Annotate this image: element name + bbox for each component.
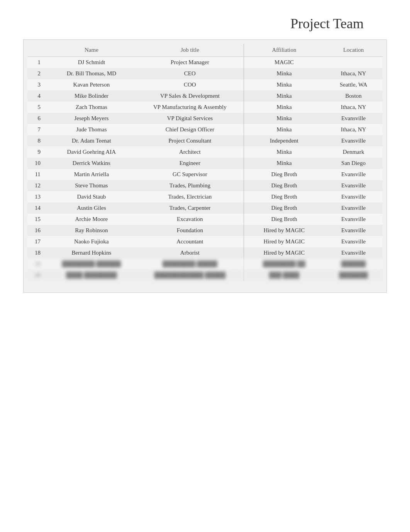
cell-num: 9 bbox=[27, 146, 47, 158]
cell-affiliation: Hired by MAGIC bbox=[244, 247, 324, 258]
page-title: Project Team bbox=[23, 15, 387, 32]
table-row: 2Dr. Bill Thomas, MDCEOMinkaIthaca, NY bbox=[27, 68, 383, 79]
cell-location: Ithaca, NY bbox=[324, 124, 383, 135]
cell-job: Project Consultant bbox=[136, 135, 244, 146]
table-wrapper: Name Job title Affiliation Location 1DJ … bbox=[23, 39, 387, 293]
cell-name: Ray Robinson bbox=[47, 225, 136, 236]
cell-name: DJ Schmidt bbox=[47, 57, 136, 68]
cell-location: Ithaca, NY bbox=[324, 68, 383, 79]
cell-num: 8 bbox=[27, 135, 47, 146]
cell-name: Dr. Adam Teenat bbox=[47, 135, 136, 146]
header-name: Name bbox=[47, 44, 136, 57]
table-row: 9David Goehring AIAArchitectMinkaDenmark bbox=[27, 146, 383, 158]
cell-num: 12 bbox=[27, 180, 47, 191]
cell-affiliation: MAGIC bbox=[244, 57, 324, 68]
cell-job: Trades, Plumbing bbox=[136, 180, 244, 191]
cell-location: Denmark bbox=[324, 146, 383, 158]
table-row-blurred: 20████ ████████████████████ ████████ ███… bbox=[27, 270, 383, 281]
cell-affiliation: Minka bbox=[244, 113, 324, 124]
cell-name: Austin Giles bbox=[47, 202, 136, 214]
cell-location: Evansville bbox=[324, 247, 383, 258]
project-team-table: Name Job title Affiliation Location 1DJ … bbox=[27, 44, 383, 281]
cell-job: VP Digital Services bbox=[136, 113, 244, 124]
header-location: Location bbox=[324, 44, 383, 57]
cell-job: Arborist bbox=[136, 247, 244, 258]
cell-job: Architect bbox=[136, 146, 244, 158]
cell-name: David Goehring AIA bbox=[47, 146, 136, 158]
table-row: 13David StaubTrades, ElectricianDieg Bro… bbox=[27, 191, 383, 202]
cell-num: 14 bbox=[27, 202, 47, 214]
cell-job: Engineer bbox=[136, 158, 244, 169]
cell-location: Evansville bbox=[324, 191, 383, 202]
cell-location: Evansville bbox=[324, 214, 383, 225]
cell-name: Mike Bolinder bbox=[47, 90, 136, 102]
cell-job: VP Sales & Development bbox=[136, 90, 244, 102]
table-header-row: Name Job title Affiliation Location bbox=[27, 44, 383, 57]
cell-job: GC Supervisor bbox=[136, 169, 244, 180]
cell-num: 7 bbox=[27, 124, 47, 135]
table-row: 1DJ SchmidtProject ManagerMAGIC bbox=[27, 57, 383, 68]
cell-name: Jude Thomas bbox=[47, 124, 136, 135]
cell-affiliation: Minka bbox=[244, 90, 324, 102]
cell-affiliation: Minka bbox=[244, 102, 324, 113]
cell-affiliation: Dieg Broth bbox=[244, 180, 324, 191]
cell-location: Evansville bbox=[324, 180, 383, 191]
table-row: 12Steve ThomasTrades, PlumbingDieg Broth… bbox=[27, 180, 383, 191]
table-row: 4Mike BolinderVP Sales & DevelopmentMink… bbox=[27, 90, 383, 102]
cell-affiliation: Minka bbox=[244, 158, 324, 169]
cell-job: Trades, Electrician bbox=[136, 191, 244, 202]
cell-name: Archie Moore bbox=[47, 214, 136, 225]
cell-num: 10 bbox=[27, 158, 47, 169]
table-row: 6Jeseph MeyersVP Digital ServicesMinkaEv… bbox=[27, 113, 383, 124]
cell-location: Evansville bbox=[324, 202, 383, 214]
cell-affiliation: Minka bbox=[244, 124, 324, 135]
table-row: 8Dr. Adam TeenatProject ConsultantIndepe… bbox=[27, 135, 383, 146]
cell-num: 13 bbox=[27, 191, 47, 202]
cell-job: Chief Design Officer bbox=[136, 124, 244, 135]
cell-name: Derrick Watkins bbox=[47, 158, 136, 169]
cell-affiliation: Dieg Broth bbox=[244, 202, 324, 214]
cell-location: Evansville bbox=[324, 236, 383, 247]
cell-name: Zach Thomas bbox=[47, 102, 136, 113]
cell-name: Steve Thomas bbox=[47, 180, 136, 191]
cell-num: 4 bbox=[27, 90, 47, 102]
table-row-blurred: 19████████ ██████████████ █████████████ … bbox=[27, 258, 383, 270]
cell-affiliation: Minka bbox=[244, 68, 324, 79]
cell-num: 15 bbox=[27, 214, 47, 225]
cell-affiliation: Dieg Broth bbox=[244, 191, 324, 202]
cell-name: David Staub bbox=[47, 191, 136, 202]
cell-job: Excavation bbox=[136, 214, 244, 225]
table-row: 10Derrick WatkinsEngineerMinkaSan Diego bbox=[27, 158, 383, 169]
cell-num: 6 bbox=[27, 113, 47, 124]
cell-location: San Diego bbox=[324, 158, 383, 169]
table-row: 7Jude ThomasChief Design OfficerMinkaIth… bbox=[27, 124, 383, 135]
cell-affiliation: Minka bbox=[244, 146, 324, 158]
cell-job: Trades, Carpenter bbox=[136, 202, 244, 214]
header-affiliation: Affiliation bbox=[244, 44, 324, 57]
cell-location: Evansville bbox=[324, 225, 383, 236]
cell-affiliation: Dieg Broth bbox=[244, 214, 324, 225]
cell-affiliation: Hired by MAGIC bbox=[244, 225, 324, 236]
table-row: 16Ray RobinsonFoundationHired by MAGICEv… bbox=[27, 225, 383, 236]
cell-num: 2 bbox=[27, 68, 47, 79]
cell-affiliation: Hired by MAGIC bbox=[244, 236, 324, 247]
cell-affiliation: Minka bbox=[244, 79, 324, 90]
cell-job: Accountant bbox=[136, 236, 244, 247]
cell-affiliation: Dieg Broth bbox=[244, 169, 324, 180]
cell-job: VP Manufacturing & Assembly bbox=[136, 102, 244, 113]
table-row: 14Austin GilesTrades, CarpenterDieg Brot… bbox=[27, 202, 383, 214]
cell-location: Ithaca, NY bbox=[324, 102, 383, 113]
table-row: 18Bernard HopkinsArboristHired by MAGICE… bbox=[27, 247, 383, 258]
cell-location: Evansville bbox=[324, 113, 383, 124]
page-container: Project Team Name Job title Affiliation … bbox=[0, 0, 410, 308]
cell-location: Evansville bbox=[324, 169, 383, 180]
cell-location: Boston bbox=[324, 90, 383, 102]
cell-num: 5 bbox=[27, 102, 47, 113]
table-row: 11Martin ArriellaGC SupervisorDieg Broth… bbox=[27, 169, 383, 180]
cell-affiliation: Independent bbox=[244, 135, 324, 146]
table-body: 1DJ SchmidtProject ManagerMAGIC2Dr. Bill… bbox=[27, 57, 383, 281]
cell-job: CEO bbox=[136, 68, 244, 79]
cell-num: 16 bbox=[27, 225, 47, 236]
cell-name: Bernard Hopkins bbox=[47, 247, 136, 258]
cell-name: Jeseph Meyers bbox=[47, 113, 136, 124]
